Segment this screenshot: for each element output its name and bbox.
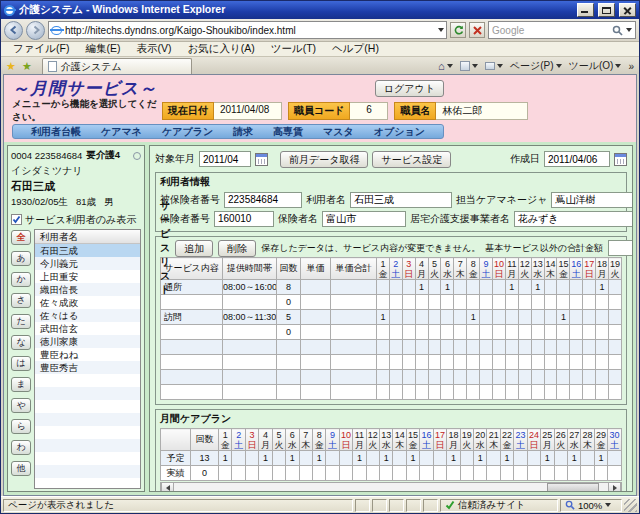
care-plan-day-cell[interactable] — [299, 466, 312, 481]
user-list-item[interactable] — [35, 439, 140, 452]
service-name-cell[interactable] — [161, 340, 223, 355]
service-day-cell[interactable] — [415, 295, 428, 310]
user-list-item[interactable] — [35, 426, 140, 439]
service-day-cell[interactable] — [583, 295, 596, 310]
service-count-cell[interactable] — [277, 385, 301, 400]
service-day-cell[interactable] — [518, 280, 531, 295]
service-day-cell[interactable] — [544, 340, 557, 355]
service-day-cell[interactable] — [583, 280, 596, 295]
service-day-cell[interactable]: 1 — [415, 280, 428, 295]
service-day-cell[interactable] — [531, 295, 544, 310]
service-day-cell[interactable] — [544, 355, 557, 370]
care-plan-day-cell[interactable]: 1 — [312, 451, 325, 466]
service-day-cell[interactable] — [596, 295, 609, 310]
service-day-cell[interactable] — [389, 355, 402, 370]
service-day-cell[interactable] — [441, 385, 454, 400]
service-day-cell[interactable] — [531, 355, 544, 370]
care-plan-day-cell[interactable] — [554, 451, 567, 466]
service-day-cell[interactable]: 1 — [505, 280, 518, 295]
care-plan-day-cell[interactable]: 1 — [474, 451, 487, 466]
service-name-cell[interactable] — [161, 325, 223, 340]
service-day-cell[interactable] — [377, 325, 390, 340]
service-unit-cell[interactable] — [301, 280, 331, 295]
service-day-cell[interactable] — [596, 370, 609, 385]
care-plan-day-cell[interactable]: 1 — [567, 451, 580, 466]
user-list-item[interactable]: 織田信長 — [35, 283, 140, 296]
service-day-cell[interactable] — [557, 325, 570, 340]
add-favorite-icon[interactable]: ★ — [20, 59, 34, 74]
service-day-cell[interactable] — [570, 385, 583, 400]
care-plan-day-cell[interactable] — [380, 466, 393, 481]
service-day-cell[interactable] — [544, 325, 557, 340]
service-day-cell[interactable] — [518, 325, 531, 340]
service-time-cell[interactable]: 08:00～16:00 — [223, 280, 277, 295]
service-day-cell[interactable] — [518, 385, 531, 400]
service-day-cell[interactable] — [531, 310, 544, 325]
care-plan-day-cell[interactable] — [420, 466, 433, 481]
service-day-cell[interactable] — [557, 355, 570, 370]
back-button[interactable] — [4, 21, 23, 40]
nav-item[interactable]: ケアプラン — [152, 125, 223, 139]
service-day-cell[interactable] — [493, 295, 506, 310]
logout-button[interactable]: ログアウト — [375, 80, 444, 97]
care-plan-day-cell[interactable] — [272, 466, 285, 481]
tools-menu-button[interactable]: ツール(O) — [569, 59, 622, 73]
service-day-cell[interactable] — [467, 355, 480, 370]
search-dropdown-icon[interactable] — [626, 28, 632, 32]
service-day-cell[interactable] — [480, 370, 493, 385]
care-plan-day-cell[interactable]: 1 — [594, 451, 607, 466]
service-day-cell[interactable] — [493, 310, 506, 325]
care-plan-day-cell[interactable] — [232, 466, 245, 481]
service-day-cell[interactable] — [480, 325, 493, 340]
care-plan-day-cell[interactable] — [514, 451, 527, 466]
tab-kaigo-system[interactable]: 介護システム — [42, 58, 192, 74]
service-day-cell[interactable] — [454, 355, 467, 370]
menu-item[interactable]: 編集(E) — [77, 42, 128, 56]
service-day-cell[interactable] — [467, 325, 480, 340]
service-day-cell[interactable] — [377, 340, 390, 355]
stop-button[interactable] — [469, 22, 485, 38]
nav-item[interactable]: ケアマネ — [91, 125, 152, 139]
care-plan-day-cell[interactable] — [272, 451, 285, 466]
service-day-cell[interactable] — [609, 355, 622, 370]
care-plan-day-cell[interactable] — [286, 466, 299, 481]
care-plan-day-cell[interactable] — [567, 466, 580, 481]
service-day-cell[interactable] — [505, 325, 518, 340]
service-count-cell[interactable]: 0 — [277, 295, 301, 310]
care-plan-day-cell[interactable] — [366, 466, 379, 481]
service-day-cell[interactable] — [570, 310, 583, 325]
care-plan-day-cell[interactable] — [527, 451, 540, 466]
kana-filter-button[interactable]: あ — [11, 251, 31, 266]
service-time-cell[interactable] — [223, 385, 277, 400]
service-day-cell[interactable] — [441, 370, 454, 385]
minimize-button[interactable] — [577, 3, 594, 17]
service-day-cell[interactable] — [428, 385, 441, 400]
service-day-cell[interactable] — [609, 340, 622, 355]
service-day-cell[interactable] — [557, 340, 570, 355]
user-list-item[interactable]: 佐々はる — [35, 309, 140, 322]
care-plan-day-cell[interactable]: 1 — [219, 451, 232, 466]
service-unit-total-cell[interactable] — [331, 355, 377, 370]
service-day-cell[interactable] — [557, 295, 570, 310]
care-plan-day-cell[interactable] — [608, 451, 622, 466]
care-plan-day-cell[interactable] — [581, 466, 594, 481]
menu-item[interactable]: お気に入り(A) — [179, 42, 262, 56]
service-day-cell[interactable] — [609, 385, 622, 400]
user-list-item[interactable]: 今川義元 — [35, 257, 140, 270]
service-unit-cell[interactable] — [301, 355, 331, 370]
care-manager-input[interactable] — [551, 192, 633, 208]
kana-filter-button[interactable]: 全 — [11, 230, 31, 245]
service-day-cell[interactable] — [609, 325, 622, 340]
menu-item[interactable]: 表示(V) — [128, 42, 179, 56]
service-day-cell[interactable] — [454, 340, 467, 355]
service-unit-total-cell[interactable] — [331, 310, 377, 325]
care-plan-day-cell[interactable] — [326, 451, 339, 466]
care-plan-day-cell[interactable] — [474, 466, 487, 481]
service-day-cell[interactable] — [557, 280, 570, 295]
kana-filter-button[interactable]: ら — [11, 419, 31, 434]
service-day-cell[interactable] — [544, 280, 557, 295]
care-plan-day-cell[interactable] — [487, 451, 500, 466]
print-button[interactable] — [485, 62, 503, 70]
care-plan-day-cell[interactable] — [326, 466, 339, 481]
service-day-cell[interactable] — [377, 295, 390, 310]
